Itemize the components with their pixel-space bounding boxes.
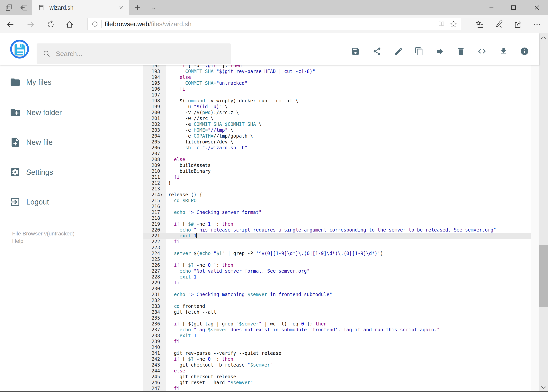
app-logo[interactable]: [10, 40, 29, 58]
sidebar-item-settings[interactable]: Settings: [0, 161, 127, 183]
share-button[interactable]: [370, 44, 384, 58]
info-icon: [520, 47, 529, 56]
line-number: 197: [143, 92, 160, 98]
code-editor[interactable]: 192 if [ -d ".git" ]; then193 COMMIT_SHA…: [127, 65, 539, 392]
line-number: 230: [143, 286, 160, 292]
code-text: fi: [168, 385, 180, 392]
edit-button[interactable]: [392, 44, 406, 58]
search-box[interactable]: Search...: [37, 43, 231, 64]
forward-icon[interactable]: [26, 20, 35, 29]
code-text: cd frontend: [168, 303, 205, 309]
code-line: 192 if [ -d ".git" ]; then: [127, 65, 539, 69]
download-button[interactable]: [497, 44, 510, 58]
maximize-icon[interactable]: [509, 3, 518, 12]
page-icon: [38, 4, 45, 11]
close-window-icon[interactable]: [533, 3, 541, 12]
code-text: echo "This release script requires a sin…: [168, 227, 496, 233]
code-text: echo "> Checking matching $semver in fro…: [168, 292, 332, 297]
line-number: 247: [143, 385, 160, 392]
code-text: -e HOME="//tmp" \: [168, 127, 233, 133]
code-text: -u "$(id -u)" \: [168, 104, 228, 110]
browser-tab[interactable]: wizard.sh: [32, 0, 129, 15]
line-number: 234: [143, 309, 160, 315]
line-number: 199: [143, 104, 160, 110]
share-page-icon[interactable]: [513, 20, 522, 29]
line-number: 192: [143, 65, 160, 69]
move-button[interactable]: [433, 44, 447, 58]
addressbar-divider: [101, 20, 102, 28]
favorite-star-icon[interactable]: [450, 20, 458, 28]
sidebar-item-new-file[interactable]: New file: [0, 132, 127, 153]
scroll-up-icon[interactable]: [540, 35, 547, 41]
tabs-chevron-icon[interactable]: [150, 4, 158, 12]
line-number: 202: [143, 121, 160, 127]
code-text: exit 1: [168, 333, 197, 339]
minimize-icon[interactable]: [487, 3, 496, 12]
line-number: 228: [143, 274, 160, 280]
code-text: if [ $# -ne 1 ]; then: [168, 221, 233, 227]
save-button[interactable]: [349, 44, 362, 58]
line-number: 210: [143, 168, 160, 174]
code-text: fi: [168, 339, 180, 344]
home-icon[interactable]: [65, 20, 74, 29]
sidebar-item-label: New folder: [26, 108, 62, 117]
line-number: 213: [143, 186, 160, 192]
raw-code-button[interactable]: [475, 44, 489, 58]
code-line: 210 buildBinary: [127, 168, 539, 174]
code-text: sh -c "./wizard.sh -b": [168, 145, 248, 151]
code-text: fi: [168, 280, 180, 286]
line-number: 231: [143, 292, 160, 297]
line-number: 200: [143, 110, 160, 115]
line-number: 229: [143, 280, 160, 286]
code-line: 232: [127, 297, 539, 303]
new-file-icon: [10, 137, 21, 148]
code-line: 196 fi: [127, 86, 539, 92]
hub-icon[interactable]: [475, 20, 484, 29]
set-aside-tabs-icon[interactable]: [20, 3, 28, 12]
code-text: git checkout -b release "$semver": [168, 362, 273, 368]
code-line: 200 -v /$(pwd):/src:z \: [127, 110, 539, 115]
back-icon[interactable]: [6, 20, 15, 29]
address-bar[interactable]: filebrowser.web/files/wizard.sh: [87, 18, 461, 30]
line-number: 237: [143, 327, 160, 333]
reading-view-icon[interactable]: [437, 20, 445, 28]
sidebar-item-my-files[interactable]: My files: [0, 71, 127, 93]
line-number: 236: [143, 321, 160, 327]
code-line: 233 cd frontend: [127, 303, 539, 309]
code-line: 215 cd $REPO: [127, 198, 539, 203]
code-line: 227 echo "Not valid semver format. See s…: [127, 268, 539, 274]
code-text: release () {: [168, 192, 202, 198]
line-number: 223: [143, 245, 160, 251]
tab-preview-icon[interactable]: [5, 3, 13, 12]
sidebar-item-label: Logout: [26, 198, 49, 206]
sidebar-item-new-folder[interactable]: New folder: [0, 102, 127, 123]
site-info-icon[interactable]: [91, 20, 99, 28]
code-text: echo "Not valid semver format. See semve…: [168, 268, 310, 274]
scroll-down-icon[interactable]: [540, 385, 547, 391]
code-text: -v /$(pwd):/src:z \: [168, 110, 239, 115]
code-line: 213: [127, 186, 539, 192]
code-line: 208 else: [127, 157, 539, 162]
ink-pen-icon[interactable]: [495, 20, 504, 29]
line-number: 217: [143, 210, 160, 215]
code-line: 216: [127, 203, 539, 210]
page-scrollbar[interactable]: [539, 33, 548, 392]
close-tab-icon[interactable]: [118, 5, 124, 11]
scrollbar-thumb[interactable]: [539, 245, 548, 307]
settings-icon: [10, 167, 21, 178]
sidebar-item-logout[interactable]: Logout: [0, 191, 127, 213]
code-line: 230: [127, 286, 539, 292]
code-text: else: [168, 157, 185, 162]
fold-marker-icon[interactable]: ▾: [161, 192, 162, 198]
info-button[interactable]: [518, 44, 531, 58]
refresh-icon[interactable]: [46, 20, 55, 29]
code-line: 201 -w //src \: [127, 115, 539, 121]
code-line: 243 git checkout -b release "$semver": [127, 362, 539, 368]
new-tab-icon[interactable]: [134, 4, 141, 12]
delete-button[interactable]: [454, 44, 468, 58]
more-menu-icon[interactable]: [533, 20, 541, 29]
code-line: 218: [127, 215, 539, 221]
line-number: 204: [143, 133, 160, 139]
copy-button[interactable]: [412, 44, 426, 58]
sidebar-help-link[interactable]: Help: [12, 238, 23, 244]
